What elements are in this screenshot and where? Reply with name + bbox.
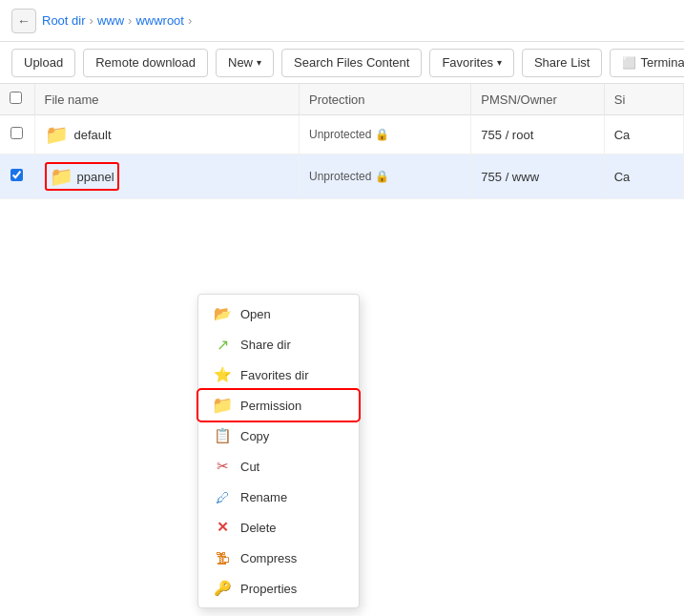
protection-default: Unprotected 🔒 [299,115,470,154]
breadcrumb-wwwroot[interactable]: wwwroot [135,13,184,28]
ctx-share-label: Share dir [240,338,291,352]
terminal-button[interactable]: ⬜ Terminal [610,49,684,77]
context-menu: 📂 Open ↗ Share dir ⭐ Favorites dir 📁 Per… [197,294,360,608]
properties-icon: 🔑 [214,580,231,597]
table-row[interactable]: 📁 default Unprotected 🔒 755 / root Ca [0,115,684,154]
ctx-copy[interactable]: 📋 Copy [198,421,359,451]
upload-button[interactable]: Upload [11,49,75,77]
breadcrumb: Root dir › www › wwwroot › [42,13,192,28]
ctx-properties-label: Properties [240,582,297,596]
protection-ppanel: Unprotected 🔒 [299,154,470,199]
favorites-icon: ⭐ [214,366,231,383]
col-header-size: Si [604,84,683,115]
ctx-rename-label: Rename [240,490,287,504]
size-ppanel: Ca [604,154,683,199]
ctx-favorites-label: Favorites dir [240,368,309,382]
row-checkbox-default[interactable] [0,115,34,154]
ctx-cut[interactable]: ✂ Cut [198,451,359,482]
compress-icon: 🗜 [214,549,231,566]
open-icon: 📂 [214,305,231,322]
share-list-button[interactable]: Share List [522,49,603,77]
search-files-button[interactable]: Search Files Content [281,49,422,77]
pmsn-ppanel: 755 / www [471,154,604,199]
col-header-filename: File name [34,84,299,115]
pmsn-default: 755 / root [471,115,604,154]
ctx-cut-label: Cut [240,460,259,474]
filename-default: 📁 default [34,115,299,154]
back-button[interactable]: ← [11,9,36,33]
filename-label-ppanel: ppanel [77,170,114,184]
cut-icon: ✂ [214,458,231,475]
permission-icon: 📁 [214,397,231,414]
sep-1: › [90,13,93,28]
col-header-protection: Protection [299,84,470,115]
table-row[interactable]: 📁 ppanel Unprotected 🔒 755 / www Ca [0,154,684,199]
ctx-permission[interactable]: 📁 Permission [198,390,359,421]
filename-label-default: default [74,128,112,142]
filename-ppanel: 📁 ppanel [34,154,299,199]
copy-icon: 📋 [214,427,231,444]
rename-icon: 🖊 [214,488,231,505]
file-manager-area: File name Protection PMSN/Owner Si 📁 def… [0,84,684,199]
size-default: Ca [604,115,683,154]
header-checkbox[interactable] [0,84,34,115]
ctx-compress-label: Compress [240,551,297,565]
remote-download-button[interactable]: Remote download [83,49,208,77]
protection-label-default: Unprotected [309,128,371,141]
sep-3: › [188,13,192,28]
breadcrumb-root[interactable]: Root dir [42,13,86,28]
ctx-rename[interactable]: 🖊 Rename [198,482,359,512]
sep-2: › [128,13,132,28]
breadcrumb-www[interactable]: www [97,13,124,28]
toolbar: Upload Remote download New ▾ Search File… [0,42,684,84]
ppanel-highlight-box: 📁 ppanel [45,162,119,191]
ctx-delete-label: Delete [240,521,277,535]
ctx-copy-label: Copy [240,429,269,443]
row-checkbox-ppanel[interactable] [0,154,34,199]
share-icon: ↗ [214,336,231,353]
folder-icon-default: 📁 [45,123,69,146]
protection-label-ppanel: Unprotected [309,170,371,183]
folder-icon-ppanel: 📁 [50,165,73,188]
breadcrumb-bar: ← Root dir › www › wwwroot › [0,0,684,42]
favorites-button[interactable]: Favorites ▾ [429,49,513,77]
ctx-compress[interactable]: 🗜 Compress [198,543,359,573]
ctx-open[interactable]: 📂 Open [198,298,359,329]
ctx-open-label: Open [240,307,271,321]
ctx-share-dir[interactable]: ↗ Share dir [198,329,359,359]
ctx-favorites-dir[interactable]: ⭐ Favorites dir [198,359,359,390]
new-button[interactable]: New ▾ [216,49,274,77]
delete-icon: ✕ [214,519,231,536]
ctx-delete[interactable]: ✕ Delete [198,512,359,543]
ctx-properties[interactable]: 🔑 Properties [198,573,359,604]
lock-icon-ppanel: 🔒 [375,170,389,183]
lock-icon-default: 🔒 [375,128,389,141]
col-header-pmsn: PMSN/Owner [471,84,604,115]
ctx-permission-label: Permission [240,399,301,413]
file-table: File name Protection PMSN/Owner Si 📁 def… [0,84,684,199]
